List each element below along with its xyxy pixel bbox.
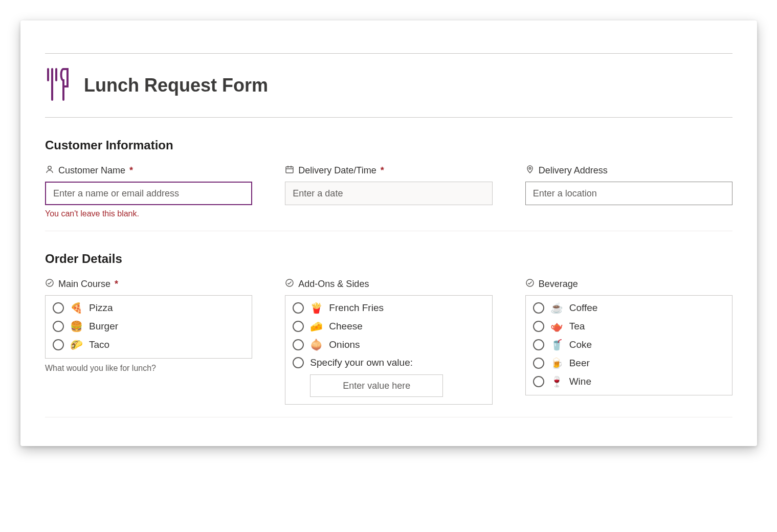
required-marker: * bbox=[381, 165, 384, 176]
required-marker: * bbox=[129, 165, 133, 176]
addons-choices: 🍟 French Fries 🧀 Cheese 🧅 Onions Specify… bbox=[285, 295, 492, 405]
coke-icon: 🥤 bbox=[550, 339, 563, 351]
choice-label: Coffee bbox=[569, 302, 598, 314]
beverage-label: Beverage bbox=[539, 279, 578, 290]
radio-icon bbox=[533, 339, 544, 350]
location-icon bbox=[525, 165, 535, 176]
tea-icon: 🫖 bbox=[550, 320, 563, 332]
section-divider bbox=[45, 417, 732, 417]
form-title: Lunch Request Form bbox=[84, 75, 268, 96]
main-course-label-row: Main Course * bbox=[45, 278, 252, 290]
main-course-helper: What would you like for lunch? bbox=[45, 364, 252, 373]
lunch-request-form: Lunch Request Form Customer Information … bbox=[20, 20, 757, 446]
customer-name-input[interactable] bbox=[45, 182, 252, 205]
radio-icon bbox=[533, 358, 544, 369]
radio-icon bbox=[53, 339, 64, 350]
svg-rect-1 bbox=[286, 167, 293, 173]
delivery-datetime-label-row: Delivery Date/Time * bbox=[285, 165, 492, 176]
choice-onions[interactable]: 🧅 Onions bbox=[293, 339, 484, 351]
choice-label: Tea bbox=[569, 321, 585, 332]
beverage-label-row: Beverage bbox=[525, 278, 732, 290]
radio-icon bbox=[533, 302, 544, 314]
choice-tea[interactable]: 🫖 Tea bbox=[533, 320, 725, 332]
main-course-label: Main Course bbox=[58, 279, 110, 290]
addons-label-row: Add-Ons & Sides bbox=[285, 278, 492, 290]
choice-pizza[interactable]: 🍕 Pizza bbox=[53, 302, 245, 314]
choice-label: Pizza bbox=[89, 302, 113, 314]
choice-cheese[interactable]: 🧀 Cheese bbox=[293, 320, 484, 332]
coffee-icon: ☕ bbox=[550, 302, 563, 314]
delivery-address-input[interactable] bbox=[525, 182, 732, 205]
delivery-datetime-input[interactable] bbox=[285, 182, 492, 205]
choice-taco[interactable]: 🌮 Taco bbox=[53, 339, 245, 351]
customer-name-label: Customer Name bbox=[58, 165, 125, 176]
field-addons: Add-Ons & Sides 🍟 French Fries 🧀 Cheese … bbox=[285, 278, 492, 405]
radio-icon bbox=[533, 376, 544, 387]
field-delivery-address: Delivery Address bbox=[525, 165, 732, 205]
beverage-choices: ☕ Coffee 🫖 Tea 🥤 Coke 🍺 Beer bbox=[525, 295, 732, 395]
choice-own-value[interactable]: Specify your own value: bbox=[293, 357, 484, 368]
choice-icon bbox=[45, 278, 54, 290]
svg-point-0 bbox=[48, 166, 51, 169]
person-icon bbox=[45, 165, 54, 176]
fork-knife-icon bbox=[45, 68, 72, 103]
pizza-icon: 🍕 bbox=[70, 302, 83, 314]
radio-icon bbox=[293, 357, 304, 368]
choice-label: Beer bbox=[569, 358, 590, 369]
choice-label: Cheese bbox=[329, 321, 363, 332]
choice-icon bbox=[525, 278, 535, 290]
beer-icon: 🍺 bbox=[550, 357, 563, 369]
radio-icon bbox=[53, 321, 64, 332]
field-customer-name: Customer Name * You can't leave this bla… bbox=[45, 165, 252, 218]
radio-icon bbox=[533, 321, 544, 332]
choice-label: French Fries bbox=[329, 302, 384, 314]
radio-icon bbox=[293, 302, 304, 314]
customer-name-error: You can't leave this blank. bbox=[45, 209, 252, 218]
choice-wine[interactable]: 🍷 Wine bbox=[533, 375, 725, 388]
svg-point-2 bbox=[529, 167, 531, 169]
order-details-row: Main Course * 🍕 Pizza 🍔 Burger 🌮 Taco bbox=[45, 278, 732, 405]
fries-icon: 🍟 bbox=[310, 302, 323, 314]
cheese-icon: 🧀 bbox=[310, 320, 323, 332]
section-customer-info: Customer Information bbox=[45, 138, 732, 152]
form-header: Lunch Request Form bbox=[45, 53, 732, 118]
radio-icon bbox=[293, 321, 304, 332]
required-marker: * bbox=[115, 279, 118, 290]
calendar-icon bbox=[285, 165, 294, 176]
delivery-address-label-row: Delivery Address bbox=[525, 165, 732, 176]
choice-burger[interactable]: 🍔 Burger bbox=[53, 320, 245, 332]
customer-info-row: Customer Name * You can't leave this bla… bbox=[45, 165, 732, 218]
choice-label: Wine bbox=[569, 376, 591, 387]
main-course-choices: 🍕 Pizza 🍔 Burger 🌮 Taco bbox=[45, 295, 252, 359]
delivery-datetime-label: Delivery Date/Time bbox=[298, 165, 376, 176]
field-main-course: Main Course * 🍕 Pizza 🍔 Burger 🌮 Taco bbox=[45, 278, 252, 373]
choice-label: Onions bbox=[329, 339, 360, 350]
radio-icon bbox=[293, 339, 304, 350]
choice-coffee[interactable]: ☕ Coffee bbox=[533, 302, 725, 314]
section-order-details: Order Details bbox=[45, 252, 732, 266]
taco-icon: 🌮 bbox=[70, 339, 83, 351]
choice-coke[interactable]: 🥤 Coke bbox=[533, 339, 725, 351]
choice-icon bbox=[285, 278, 294, 290]
own-value-input[interactable] bbox=[310, 374, 443, 397]
burger-icon: 🍔 bbox=[70, 320, 83, 332]
section-divider bbox=[45, 231, 732, 231]
choice-french-fries[interactable]: 🍟 French Fries bbox=[293, 302, 484, 314]
customer-name-label-row: Customer Name * bbox=[45, 165, 252, 176]
delivery-address-label: Delivery Address bbox=[539, 165, 608, 176]
onion-icon: 🧅 bbox=[310, 339, 323, 351]
choice-label: Specify your own value: bbox=[310, 357, 413, 368]
choice-label: Burger bbox=[89, 321, 118, 332]
field-beverage: Beverage ☕ Coffee 🫖 Tea 🥤 Coke bbox=[525, 278, 732, 395]
wine-icon: 🍷 bbox=[550, 375, 563, 388]
field-delivery-datetime: Delivery Date/Time * bbox=[285, 165, 492, 205]
choice-label: Taco bbox=[89, 339, 109, 350]
choice-label: Coke bbox=[569, 339, 592, 350]
choice-beer[interactable]: 🍺 Beer bbox=[533, 357, 725, 369]
radio-icon bbox=[53, 302, 64, 314]
addons-label: Add-Ons & Sides bbox=[298, 279, 369, 290]
